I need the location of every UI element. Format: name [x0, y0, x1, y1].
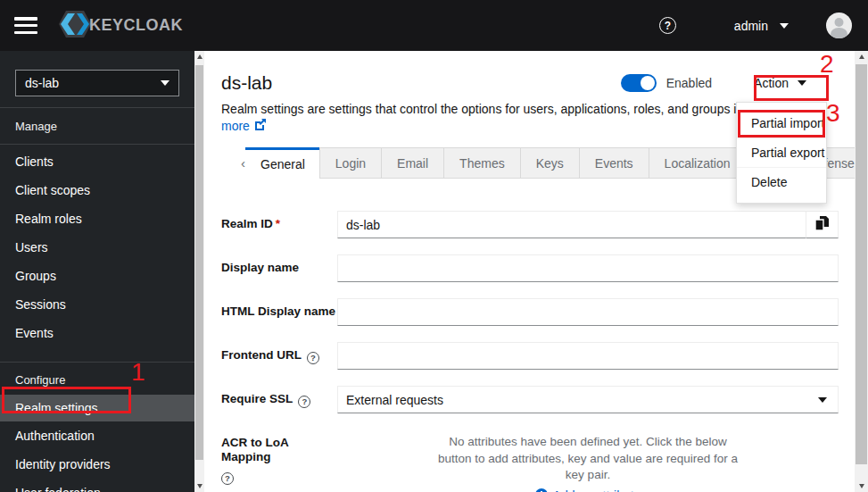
tab-login[interactable]: Login [319, 147, 382, 179]
sidebar: ds-lab Manage Clients Client scopes Real… [0, 51, 194, 492]
display-name-label: Display name [221, 254, 337, 275]
display-name-input[interactable] [337, 254, 839, 282]
external-link-icon [254, 119, 266, 133]
require-ssl-value: External requests [346, 393, 443, 407]
add-attribute-link[interactable]: Add an attribute [337, 488, 839, 492]
sidebar-scrollbar[interactable] [194, 51, 204, 492]
more-link[interactable]: more [221, 119, 266, 133]
html-display-name-input[interactable] [337, 298, 839, 326]
sidebar-item-client-scopes[interactable]: Client scopes [0, 176, 194, 204]
html-display-name-row: HTML Display name [221, 298, 839, 326]
empty-state-text: button to add attributes, key and value … [337, 451, 839, 468]
empty-state-text: key pair. [337, 467, 839, 484]
require-ssl-row: Require SSL? External requests [221, 386, 839, 413]
enabled-toggle[interactable] [621, 74, 657, 92]
caret-down-icon [780, 23, 789, 29]
frontend-url-input[interactable] [337, 342, 839, 370]
copy-icon [815, 216, 829, 233]
action-button[interactable]: Action [754, 76, 806, 90]
scroll-down-icon[interactable] [194, 480, 204, 492]
tab-localization[interactable]: Localization [649, 147, 747, 179]
realm-selector[interactable]: ds-lab [15, 70, 179, 96]
keycloak-admin-console: KEYCLOAK ? admin ds-lab Manage [0, 0, 868, 492]
scroll-down-icon[interactable] [855, 480, 868, 492]
sidebar-item-events[interactable]: Events [0, 319, 194, 347]
scrollbar-thumb[interactable] [195, 65, 203, 460]
sidebar-item-users[interactable]: Users [0, 233, 194, 262]
caret-down-icon [818, 397, 827, 403]
action-dropdown-menu: Partial import Partial export Delete [736, 102, 827, 204]
scroll-up-icon[interactable] [194, 51, 204, 63]
help-icon[interactable]: ? [659, 17, 676, 34]
caret-down-icon [161, 80, 169, 86]
sidebar-item-realm-roles[interactable]: Realm roles [0, 204, 194, 233]
sidebar-item-user-federation[interactable]: User federation [0, 479, 194, 492]
sidebar-item-authentication[interactable]: Authentication [0, 421, 194, 450]
sidebar-item-identity-providers[interactable]: Identity providers [0, 450, 194, 479]
menu-item-partial-export[interactable]: Partial export [737, 138, 826, 167]
avatar-icon[interactable] [826, 13, 852, 38]
brand-text: KEYCLOAK [89, 16, 183, 35]
header-right: ? admin [659, 13, 868, 38]
sidebar-item-sessions[interactable]: Sessions [0, 290, 194, 319]
caret-down-icon [798, 80, 806, 86]
nav-section-manage: Manage [0, 108, 194, 133]
sidebar-item-groups[interactable]: Groups [0, 262, 194, 290]
page-header: ds-lab Enabled Action [221, 72, 839, 94]
tab-themes[interactable]: Themes [443, 147, 521, 179]
general-settings-form: Realm ID* [221, 211, 839, 492]
sidebar-item-clients[interactable]: Clients [0, 147, 194, 176]
user-menu[interactable]: admin [734, 19, 789, 33]
scroll-up-icon[interactable] [855, 51, 868, 63]
tab-keys[interactable]: Keys [520, 147, 580, 179]
realm-id-label: Realm ID* [221, 211, 337, 231]
realm-id-input[interactable] [337, 211, 806, 238]
acr-empty-state: No attributes have been defined yet. Cli… [337, 429, 839, 492]
display-name-row: Display name [221, 254, 839, 282]
page-title: ds-lab [221, 72, 272, 94]
help-icon[interactable]: ? [307, 352, 319, 364]
scrollbar-thumb[interactable] [856, 64, 867, 464]
acr-loa-row: ACR to LoA Mapping ? No attributes have … [221, 429, 839, 492]
menu-icon[interactable] [14, 17, 37, 34]
empty-state-text: No attributes have been defined yet. Cli… [337, 434, 839, 451]
tab-email[interactable]: Email [381, 147, 444, 179]
require-ssl-select[interactable]: External requests [337, 386, 839, 413]
divider [0, 144, 194, 145]
frontend-url-row: Frontend URL? [221, 342, 839, 370]
plus-circle-icon [535, 488, 548, 492]
sidebar-item-realm-settings[interactable]: Realm settings [0, 395, 194, 421]
app-header: KEYCLOAK ? admin [0, 0, 868, 51]
require-ssl-label: Require SSL? [221, 386, 337, 408]
username: admin [734, 19, 768, 33]
frontend-url-label: Frontend URL? [221, 342, 337, 364]
main-scrollbar[interactable] [855, 51, 868, 492]
acr-loa-label: ACR to LoA Mapping ? [221, 429, 337, 485]
menu-item-delete[interactable]: Delete [737, 167, 826, 196]
nav-section-configure: Configure [0, 363, 194, 387]
help-icon[interactable]: ? [221, 472, 234, 485]
required-asterisk: * [276, 217, 280, 230]
realm-selector-value: ds-lab [25, 76, 59, 90]
realm-id-row: Realm ID* [221, 211, 839, 238]
copy-button[interactable] [806, 211, 839, 238]
keycloak-brand: KEYCLOAK [55, 9, 183, 43]
html-display-name-label: HTML Display name [221, 298, 337, 319]
menu-item-partial-import[interactable]: Partial import [737, 109, 826, 138]
tab-general[interactable]: General [245, 147, 320, 179]
tab-events[interactable]: Events [579, 147, 649, 179]
enabled-label: Enabled [666, 76, 712, 90]
help-icon[interactable]: ? [298, 396, 310, 408]
